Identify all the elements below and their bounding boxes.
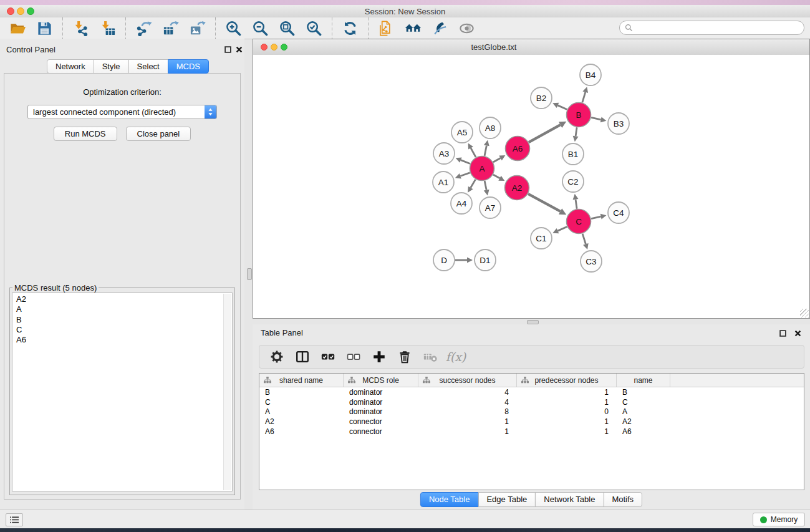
window-resize-grip[interactable] — [800, 309, 809, 317]
column-header-shared-name[interactable]: shared name — [259, 374, 344, 387]
tab-network[interactable]: Network — [47, 59, 94, 74]
graph-node-A8[interactable]: A8 — [480, 117, 501, 138]
table-row[interactable]: Bdominator41B — [259, 387, 804, 397]
close-panel-action-button[interactable]: Close panel — [126, 127, 191, 141]
graph-node-A1[interactable]: A1 — [433, 172, 454, 193]
graph-edge-C-C2[interactable] — [576, 200, 577, 209]
network-window-titlebar[interactable]: testGlobe.txt — [253, 39, 809, 56]
graph-node-B4[interactable]: B4 — [580, 64, 601, 85]
run-mcds-button[interactable]: Run MCDS — [54, 127, 117, 141]
horizontal-splitter-handle[interactable] — [527, 320, 539, 324]
criterion-dropdown[interactable]: largest connected component (directed) — [27, 105, 217, 119]
table-cell[interactable]: B — [259, 388, 344, 397]
export-network-button[interactable] — [130, 18, 157, 38]
function-builder-button[interactable]: f(x) — [445, 347, 467, 366]
mcds-result-item[interactable]: C — [16, 325, 232, 335]
graph-node-C1[interactable]: C1 — [531, 228, 552, 249]
table-cell[interactable]: dominator — [344, 388, 418, 397]
graph-node-C3[interactable]: C3 — [581, 251, 602, 272]
graph-node-A3[interactable]: A3 — [433, 143, 455, 164]
save-session-button[interactable] — [31, 18, 58, 38]
float-panel-button[interactable] — [223, 45, 232, 54]
table-cell[interactable]: A2 — [259, 417, 344, 426]
tab-mcds[interactable]: MCDS — [168, 59, 209, 74]
table-cell[interactable]: B — [617, 388, 670, 397]
export-table-button[interactable] — [157, 18, 184, 38]
delete-column-button[interactable] — [393, 347, 416, 366]
graph-node-A4[interactable]: A4 — [451, 193, 472, 214]
graph-edge-A-A7[interactable] — [485, 181, 486, 190]
select-all-rows-button[interactable] — [317, 347, 339, 366]
tab-edge-table[interactable]: Edge Table — [478, 492, 536, 507]
column-header-name[interactable]: name — [617, 374, 670, 387]
graph-edge-B-B4[interactable] — [582, 92, 586, 103]
graph-node-A7[interactable]: A7 — [480, 197, 501, 218]
table-cell[interactable]: 1 — [517, 427, 617, 436]
graph-node-D1[interactable]: D1 — [475, 249, 496, 271]
zoom-selected-button[interactable] — [301, 18, 327, 38]
graph-edge-A-A3[interactable] — [461, 160, 470, 164]
graph-node-A[interactable]: A — [470, 157, 494, 181]
table-settings-button[interactable] — [266, 347, 288, 366]
task-history-button[interactable] — [6, 513, 23, 526]
show-panels-button[interactable] — [400, 18, 427, 38]
graph-edge-A-A6[interactable] — [493, 158, 501, 162]
table-cell[interactable]: 1 — [517, 388, 617, 397]
graph-edge-B-B1[interactable] — [576, 127, 577, 136]
graph-edge-C-C3[interactable] — [582, 234, 586, 244]
graph-node-B2[interactable]: B2 — [531, 87, 552, 109]
graph-node-B[interactable]: B — [567, 103, 591, 127]
mcds-result-item[interactable]: A — [16, 304, 232, 314]
table-cell[interactable]: A6 — [259, 427, 344, 436]
table-cell[interactable]: A — [617, 407, 670, 416]
table-cell[interactable]: 1 — [418, 417, 517, 426]
table-close-panel-button[interactable] — [793, 329, 802, 337]
column-header-successor-nodes[interactable]: successor nodes — [418, 374, 517, 387]
tab-node-table[interactable]: Node Table — [420, 492, 479, 507]
table-cell[interactable]: 1 — [418, 427, 517, 436]
table-cell[interactable]: A2 — [617, 417, 670, 426]
apply-layout-button[interactable] — [337, 18, 364, 38]
tab-select[interactable]: Select — [128, 59, 168, 74]
mcds-result-listbox[interactable]: A2ABCA6 — [12, 293, 233, 491]
table-row[interactable]: Cdominator41C — [259, 397, 804, 407]
export-image-button[interactable] — [184, 18, 211, 38]
column-view-button[interactable] — [291, 347, 314, 366]
graph-node-C2[interactable]: C2 — [562, 171, 584, 192]
graph-edge-B-B2[interactable] — [557, 105, 567, 110]
close-panel-button[interactable] — [234, 45, 243, 54]
graph-node-B3[interactable]: B3 — [608, 113, 629, 134]
result-scrollbar[interactable] — [223, 294, 231, 490]
mcds-result-item[interactable]: B — [16, 315, 232, 325]
table-float-panel-button[interactable] — [778, 329, 787, 337]
search-input[interactable] — [636, 22, 799, 34]
zoom-out-button[interactable] — [247, 18, 274, 38]
deselect-all-rows-button[interactable] — [342, 347, 365, 366]
table-cell[interactable]: A6 — [617, 427, 670, 436]
annotations-button[interactable] — [427, 18, 453, 38]
birds-eye-view-button[interactable] — [453, 18, 480, 38]
graph-edge-A-A2[interactable] — [493, 175, 500, 178]
table-row[interactable]: A6connector11A6 — [259, 427, 804, 437]
table-cell[interactable]: dominator — [344, 407, 418, 416]
table-cell[interactable]: C — [617, 398, 670, 407]
import-table-button[interactable] — [94, 18, 121, 38]
column-header-MCDS-role[interactable]: MCDS role — [344, 374, 418, 387]
graph-edge-A-A5[interactable] — [471, 148, 476, 157]
graph-edge-C-C1[interactable] — [557, 226, 567, 231]
table-cell[interactable]: 4 — [418, 398, 517, 407]
new-network-from-selection-button[interactable] — [373, 18, 400, 38]
table-cell[interactable]: 1 — [517, 417, 617, 426]
network-canvas[interactable]: AA1A2A3A4A5A6A7A8BB1B2B3B4CC1C2C3C4DD1 — [253, 55, 809, 318]
table-cell[interactable]: 1 — [517, 398, 617, 407]
graph-node-A6[interactable]: A6 — [506, 137, 530, 161]
table-cell[interactable]: 4 — [418, 388, 517, 397]
vertical-splitter-handle[interactable] — [247, 268, 252, 280]
table-cell[interactable]: connector — [344, 427, 418, 436]
import-network-button[interactable] — [67, 18, 94, 38]
graph-node-B1[interactable]: B1 — [562, 143, 584, 165]
column-header-predecessor-nodes[interactable]: predecessor nodes — [517, 374, 617, 387]
table-cell[interactable]: connector — [344, 417, 418, 426]
table-cell[interactable]: 0 — [517, 407, 617, 416]
tab-motifs[interactable]: Motifs — [603, 492, 642, 507]
